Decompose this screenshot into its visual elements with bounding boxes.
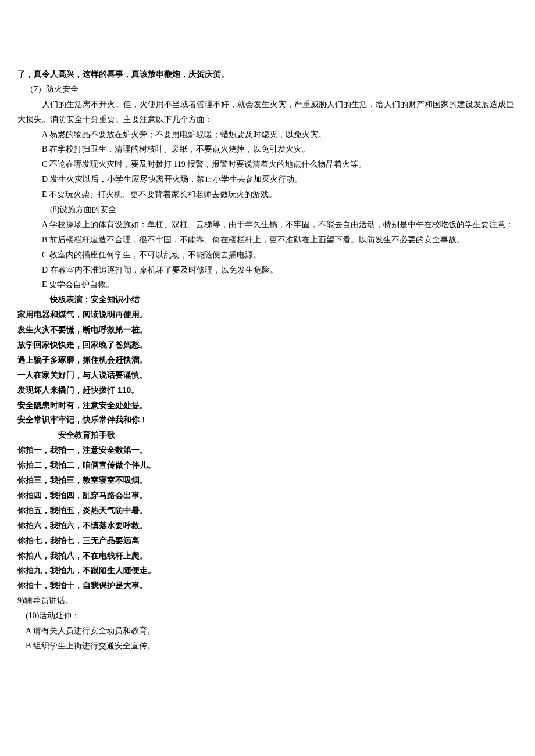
paishouge-line: 你拍二，我拍二，咱俩宣传做个伴儿。 [17,458,518,473]
section-10-item-a: A 请有关人员进行安全动员和教育。 [17,624,518,639]
section-7-title: （7）防火安全 [17,82,518,97]
paishouge-line: 你拍四，我拍四，乱穿马路会出事。 [17,488,518,503]
paishouge-line: 你拍七，我拍七，三无产品要远离 [17,533,518,549]
paishouge-line: 你拍九，我拍九，不跟陌生人随便走。 [17,563,518,578]
section-8-item-d: D 在教室内不准追逐打闹，桌机坏了要及时修理，以免发生危险。 [17,263,518,278]
section-7-paragraph: 人们的生活离不开火。但，火使用不当或者管理不好，就会发生火灾，严重威胁人们的生活… [17,97,518,127]
section-9: 9)辅导员讲话。 [17,593,518,608]
paishouge-line: 你拍三，我拍三，教室寝室不吸烟。 [17,473,518,488]
section-7-item-c: C 不论在哪发现火灾时，要及时拨打 119 报警，报警时要说清着火的地点什么物品… [17,157,518,172]
kuaiban-line: 安全常识牢牢记，快乐常伴我和你！ [17,413,518,428]
intro-continuation: 了，真令人高兴，这样的喜事，真该放串鞭炮，庆贺庆贺。 [17,67,518,82]
section-8-title: (8)设施方面的安全 [17,202,518,217]
section-7-item-b: B 在学校打扫卫生，清理的树枝叶、废纸，不要点火烧掉，以免引发火灾。 [17,142,518,157]
paishouge-line: 你拍八，我拍八，不在电线杆上爬。 [17,549,518,564]
kuaiban-line: 安全隐患时时有，注意安全处处提。 [17,398,518,413]
paishouge-line: 你拍五，我拍五，炎热天气防中暑。 [17,503,518,518]
kuaiban-line: 发现坏人来撬门，赶快拨打 110。 [17,383,518,398]
kuaiban-line: 遇上骗子多琢磨，抓住机会赶快溜。 [17,353,518,368]
kuaiban-line: 发生火灾不要慌，断电呼救第一桩。 [17,323,518,338]
section-8-item-e: E 要学会自护自救。 [17,277,518,292]
kuaiban-line: 家用电器和煤气，阅读说明再使用。 [17,307,518,323]
kuaiban-line: 一人在家关好门，与人说话要谨慎。 [17,368,518,383]
section-8-item-a: A 学校操场上的体育设施如：单杠、双杠、云梯等，由于年久生锈，不牢固，不能去自由… [17,217,518,232]
section-10-item-b: B 组织学生上街进行交通安全宣传。 [17,639,518,654]
section-7-item-a: A 易燃的物品不要放在炉火旁；不要用电炉取暖；蜡烛要及时熄灭，以免火灾。 [17,127,518,142]
section-7-item-e: E 不要玩火柴、打火机、更不要背着家长和老师去做玩火的游戏。 [17,187,518,202]
section-8-item-c: C 教室内的插座任何学生，不可以乱动，不能随便去插电源。 [17,248,518,263]
paishouge-line: 你拍十，我拍十，自我保护是大事。 [17,578,518,593]
section-7-item-d: D 发生火灾以后，小学生应尽快离开火场，禁止小学生去参加灭火行动。 [17,172,518,187]
section-10-title: (10)活动延伸： [17,608,518,624]
paishouge-line: 你拍六，我拍六，不慎落水要呼救。 [17,518,518,533]
kuaiban-title: 快板表演：安全知识小结 [17,292,518,307]
kuaiban-line: 放学回家快快走，回家晚了爸妈愁。 [17,338,518,353]
section-8-item-b: B 前后楼栏杆建造不合理，很不牢固，不能靠、倚在楼栏杆上，更不准趴在上面望下看。… [17,232,518,248]
paishouge-title: 安全教育拍手歌 [17,428,518,443]
paishouge-line: 你拍一，我拍一，注意安全数第一。 [17,443,518,458]
